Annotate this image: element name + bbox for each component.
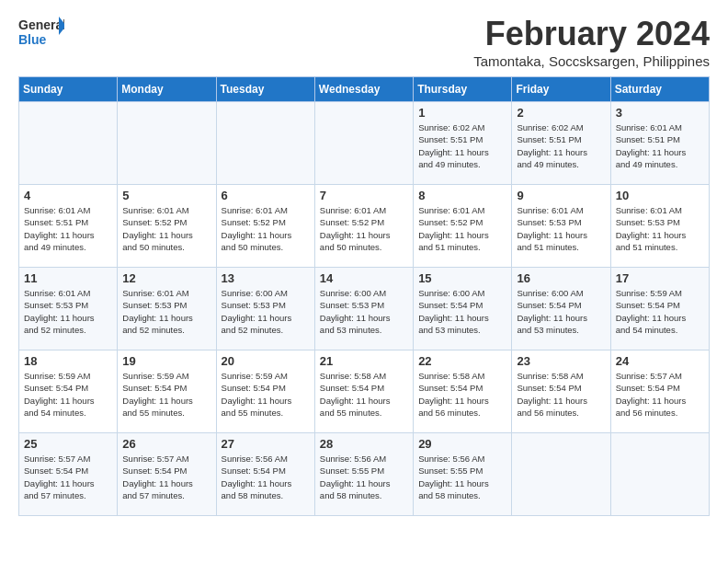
calendar-cell: [314, 102, 413, 185]
calendar-cell: 8Sunrise: 6:01 AM Sunset: 5:52 PM Daylig…: [414, 185, 512, 268]
day-info: Sunrise: 5:56 AM Sunset: 5:55 PM Dayligh…: [418, 453, 506, 501]
calendar-cell: 3Sunrise: 6:01 AM Sunset: 5:51 PM Daylig…: [610, 102, 709, 185]
day-of-week-thursday: Thursday: [414, 77, 512, 102]
day-number: 2: [517, 106, 605, 120]
svg-text:General: General: [18, 17, 64, 32]
calendar-cell: 10Sunrise: 6:01 AM Sunset: 5:53 PM Dayli…: [610, 185, 709, 268]
day-number: 9: [517, 189, 605, 202]
day-number: 5: [122, 189, 210, 202]
calendar-cell: 6Sunrise: 6:01 AM Sunset: 5:52 PM Daylig…: [216, 185, 314, 268]
calendar-cell: 24Sunrise: 5:57 AM Sunset: 5:54 PM Dayli…: [610, 350, 709, 433]
day-info: Sunrise: 5:58 AM Sunset: 5:54 PM Dayligh…: [517, 370, 605, 419]
day-info: Sunrise: 6:00 AM Sunset: 5:53 PM Dayligh…: [222, 287, 310, 336]
day-number: 17: [616, 271, 704, 285]
calendar-cell: 27Sunrise: 5:56 AM Sunset: 5:54 PM Dayli…: [216, 433, 314, 516]
day-of-week-monday: Monday: [118, 77, 216, 102]
day-number: 7: [320, 189, 408, 202]
day-info: Sunrise: 5:59 AM Sunset: 5:54 PM Dayligh…: [24, 370, 112, 419]
calendar-cell: [610, 433, 709, 516]
day-number: 24: [616, 354, 704, 368]
day-number: 19: [122, 354, 210, 368]
calendar-cell: 2Sunrise: 6:02 AM Sunset: 5:51 PM Daylig…: [512, 102, 610, 185]
day-number: 16: [517, 271, 605, 285]
day-info: Sunrise: 6:01 AM Sunset: 5:52 PM Dayligh…: [320, 204, 408, 253]
calendar-cell: 15Sunrise: 6:00 AM Sunset: 5:54 PM Dayli…: [414, 268, 512, 350]
calendar-week-row: 18Sunrise: 5:59 AM Sunset: 5:54 PM Dayli…: [19, 350, 710, 433]
day-info: Sunrise: 5:59 AM Sunset: 5:54 PM Dayligh…: [616, 287, 704, 336]
calendar-week-row: 25Sunrise: 5:57 AM Sunset: 5:54 PM Dayli…: [19, 433, 710, 516]
day-info: Sunrise: 6:01 AM Sunset: 5:51 PM Dayligh…: [24, 204, 112, 253]
calendar-cell: 11Sunrise: 6:01 AM Sunset: 5:53 PM Dayli…: [19, 268, 118, 350]
logo: General Blue: [18, 15, 64, 55]
calendar-cell: 25Sunrise: 5:57 AM Sunset: 5:54 PM Dayli…: [19, 433, 118, 516]
day-number: 29: [418, 437, 506, 451]
calendar-week-row: 11Sunrise: 6:01 AM Sunset: 5:53 PM Dayli…: [19, 268, 710, 350]
calendar-cell: 1Sunrise: 6:02 AM Sunset: 5:51 PM Daylig…: [414, 102, 512, 185]
calendar-cell: [118, 102, 216, 185]
day-number: 6: [222, 189, 310, 202]
day-info: Sunrise: 6:01 AM Sunset: 5:52 PM Dayligh…: [122, 204, 210, 253]
location: Tamontaka, Soccsksargen, Philippines: [473, 53, 710, 69]
calendar-cell: 16Sunrise: 6:00 AM Sunset: 5:54 PM Dayli…: [512, 268, 610, 350]
calendar-cell: 21Sunrise: 5:58 AM Sunset: 5:54 PM Dayli…: [314, 350, 413, 433]
calendar-cell: [19, 102, 118, 185]
day-info: Sunrise: 6:02 AM Sunset: 5:51 PM Dayligh…: [418, 121, 506, 170]
day-number: 12: [122, 271, 210, 285]
day-info: Sunrise: 6:00 AM Sunset: 5:53 PM Dayligh…: [320, 287, 408, 336]
day-number: 27: [222, 437, 310, 451]
calendar-cell: 13Sunrise: 6:00 AM Sunset: 5:53 PM Dayli…: [216, 268, 314, 350]
day-number: 20: [222, 354, 310, 368]
calendar-cell: 18Sunrise: 5:59 AM Sunset: 5:54 PM Dayli…: [19, 350, 118, 433]
day-info: Sunrise: 5:58 AM Sunset: 5:54 PM Dayligh…: [418, 370, 506, 419]
day-info: Sunrise: 6:00 AM Sunset: 5:54 PM Dayligh…: [418, 287, 506, 336]
calendar-cell: 4Sunrise: 6:01 AM Sunset: 5:51 PM Daylig…: [19, 185, 118, 268]
day-number: 11: [24, 271, 112, 285]
day-info: Sunrise: 5:57 AM Sunset: 5:54 PM Dayligh…: [616, 370, 704, 419]
calendar-cell: [216, 102, 314, 185]
svg-text:Blue: Blue: [18, 32, 47, 47]
day-info: Sunrise: 6:02 AM Sunset: 5:51 PM Dayligh…: [517, 121, 605, 170]
day-number: 26: [122, 437, 210, 451]
day-number: 18: [24, 354, 112, 368]
calendar-table: SundayMondayTuesdayWednesdayThursdayFrid…: [18, 76, 710, 516]
day-number: 15: [418, 271, 506, 285]
day-of-week-tuesday: Tuesday: [216, 77, 314, 102]
calendar-cell: 12Sunrise: 6:01 AM Sunset: 5:53 PM Dayli…: [118, 268, 216, 350]
month-year: February 2024: [473, 15, 710, 53]
calendar-cell: 29Sunrise: 5:56 AM Sunset: 5:55 PM Dayli…: [414, 433, 512, 516]
calendar-cell: 19Sunrise: 5:59 AM Sunset: 5:54 PM Dayli…: [118, 350, 216, 433]
day-number: 1: [418, 106, 506, 120]
calendar-cell: 26Sunrise: 5:57 AM Sunset: 5:54 PM Dayli…: [118, 433, 216, 516]
day-info: Sunrise: 6:01 AM Sunset: 5:51 PM Dayligh…: [616, 121, 704, 170]
header: General Blue February 2024 Tamontaka, So…: [18, 15, 710, 69]
calendar-cell: 22Sunrise: 5:58 AM Sunset: 5:54 PM Dayli…: [414, 350, 512, 433]
calendar-cell: 5Sunrise: 6:01 AM Sunset: 5:52 PM Daylig…: [118, 185, 216, 268]
calendar-header-row: SundayMondayTuesdayWednesdayThursdayFrid…: [19, 77, 710, 102]
day-of-week-friday: Friday: [512, 77, 610, 102]
calendar-cell: [512, 433, 610, 516]
calendar-cell: 9Sunrise: 6:01 AM Sunset: 5:53 PM Daylig…: [512, 185, 610, 268]
day-info: Sunrise: 6:01 AM Sunset: 5:53 PM Dayligh…: [122, 287, 210, 336]
day-number: 14: [320, 271, 408, 285]
calendar-week-row: 1Sunrise: 6:02 AM Sunset: 5:51 PM Daylig…: [19, 102, 710, 185]
day-of-week-wednesday: Wednesday: [314, 77, 413, 102]
calendar-cell: 23Sunrise: 5:58 AM Sunset: 5:54 PM Dayli…: [512, 350, 610, 433]
day-number: 8: [418, 189, 506, 202]
title-area: February 2024 Tamontaka, Soccsksargen, P…: [473, 15, 710, 69]
calendar-week-row: 4Sunrise: 6:01 AM Sunset: 5:51 PM Daylig…: [19, 185, 710, 268]
day-info: Sunrise: 6:01 AM Sunset: 5:52 PM Dayligh…: [222, 204, 310, 253]
day-number: 28: [320, 437, 408, 451]
day-info: Sunrise: 5:56 AM Sunset: 5:55 PM Dayligh…: [320, 453, 408, 501]
day-info: Sunrise: 5:59 AM Sunset: 5:54 PM Dayligh…: [122, 370, 210, 419]
day-number: 3: [616, 106, 704, 120]
day-info: Sunrise: 6:01 AM Sunset: 5:53 PM Dayligh…: [517, 204, 605, 253]
day-number: 10: [616, 189, 704, 202]
day-number: 4: [24, 189, 112, 202]
day-info: Sunrise: 6:01 AM Sunset: 5:52 PM Dayligh…: [418, 204, 506, 253]
logo-svg: General Blue: [18, 15, 64, 55]
day-info: Sunrise: 5:57 AM Sunset: 5:54 PM Dayligh…: [24, 453, 112, 501]
day-number: 21: [320, 354, 408, 368]
day-of-week-saturday: Saturday: [610, 77, 709, 102]
day-info: Sunrise: 6:01 AM Sunset: 5:53 PM Dayligh…: [616, 204, 704, 253]
day-number: 22: [418, 354, 506, 368]
